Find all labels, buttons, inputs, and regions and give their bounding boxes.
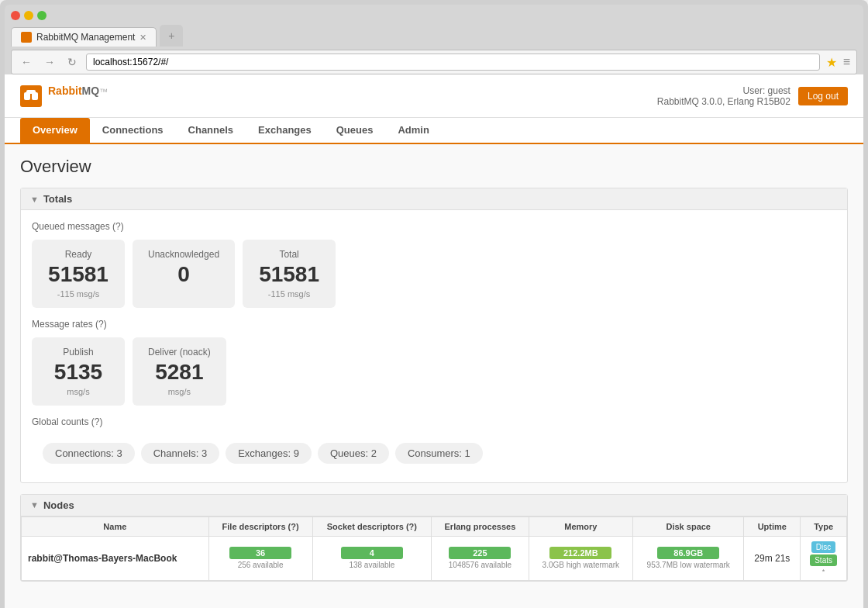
node-file-desc: 36 256 available <box>208 536 312 580</box>
version-label: RabbitMQ 3.0.0, Erlang R15B02 <box>657 96 790 107</box>
nav-item-queues[interactable]: Queues <box>324 118 386 144</box>
nav-item-channels[interactable]: Channels <box>176 118 246 144</box>
col-memory: Memory <box>529 516 632 536</box>
node-socket-desc: 4 138 available <box>312 536 432 580</box>
total-sub: -115 msg/s <box>258 289 320 299</box>
col-type: Type <box>801 516 847 536</box>
memory-bar: 212.2MB <box>549 547 611 559</box>
nav-item-connections[interactable]: Connections <box>90 118 176 144</box>
queued-messages-label: Queued messages (?) <box>32 221 836 232</box>
exchanges-badge: Exchanges: 9 <box>226 443 312 464</box>
file-desc-avail: 256 available <box>238 561 284 569</box>
node-uptime: 29m 21s <box>744 536 801 580</box>
new-tab-btn[interactable]: + <box>160 25 183 47</box>
ready-card: Ready 51581 -115 msg/s <box>32 240 125 308</box>
tab-favicon <box>21 32 32 43</box>
col-erlang: Erlang processes <box>432 516 529 536</box>
socket-desc-avail: 138 available <box>349 561 394 569</box>
logout-button[interactable]: Log out <box>798 87 848 105</box>
node-name: rabbit@Thomas-Bayers-MacBook <box>22 536 209 580</box>
reload-button[interactable]: ↻ <box>64 54 80 70</box>
type-note: * <box>822 568 825 575</box>
col-file-desc: File descriptors (?) <box>208 516 312 536</box>
memory-avail: 3.0GB high watermark <box>542 561 620 569</box>
nav-bar: Overview Connections Channels Exchanges … <box>5 118 863 144</box>
user-label: User: guest <box>657 85 790 96</box>
socket-desc-bar-wrap: 4 138 available <box>319 547 425 569</box>
browser-tab[interactable]: RabbitMQ Management ✕ <box>11 27 157 47</box>
header-right: User: guest RabbitMQ 3.0.0, Erlang R15B0… <box>657 85 848 107</box>
erlang-bar-wrap: 225 1048576 available <box>438 547 522 569</box>
connections-badge: Connections: 3 <box>43 443 135 464</box>
publish-label: Publish <box>47 347 109 358</box>
queues-badge: Queues: 2 <box>318 443 389 464</box>
ready-label: Ready <box>47 249 109 260</box>
logo: RabbitMQ™ <box>20 84 108 108</box>
back-button[interactable]: ← <box>18 54 35 70</box>
ready-value: 51581 <box>47 263 109 287</box>
deliver-sub: msg/s <box>148 387 211 396</box>
nodes-arrow-icon: ▼ <box>30 500 39 510</box>
nav-item-exchanges[interactable]: Exchanges <box>246 118 324 144</box>
erlang-bar: 225 <box>449 547 511 559</box>
deliver-label: Deliver (noack) <box>148 347 211 358</box>
global-counts-label: Global counts (?) <box>32 416 836 427</box>
node-disk: 86.9GB 953.7MB low watermark <box>633 536 744 580</box>
file-desc-bar: 36 <box>229 547 291 559</box>
nodes-table-wrap: Name File descriptors (?) Socket descrip… <box>21 516 847 581</box>
totals-section-header[interactable]: ▼ Totals <box>21 188 847 210</box>
unack-value: 0 <box>148 263 219 287</box>
col-socket-desc: Socket descriptors (?) <box>312 516 432 536</box>
nodes-section: ▼ Nodes Name File descriptors (?) Socket… <box>20 494 848 582</box>
total-label: Total <box>258 249 320 260</box>
nodes-label: Nodes <box>43 499 74 511</box>
totals-arrow-icon: ▼ <box>30 195 39 204</box>
unack-label: Unacknowledged <box>148 249 219 260</box>
main-content: Overview ▼ Totals Queued messages (?) Re… <box>5 144 863 608</box>
queued-message-cards: Ready 51581 -115 msg/s Unacknowledged 0 … <box>32 240 836 308</box>
disk-bar-wrap: 86.9GB 953.7MB low watermark <box>639 547 737 569</box>
col-disk: Disk space <box>633 516 744 536</box>
col-uptime: Uptime <box>744 516 801 536</box>
nav-item-admin[interactable]: Admin <box>385 118 441 144</box>
nodes-section-header[interactable]: ▼ Nodes <box>21 495 847 516</box>
tab-label: RabbitMQ Management <box>36 32 135 43</box>
totals-section: ▼ Totals Queued messages (?) Ready 51581… <box>20 188 848 483</box>
message-rate-cards: Publish 5135 msg/s Deliver (noack) 5281 … <box>32 337 836 406</box>
totals-label: Totals <box>43 193 72 205</box>
total-card: Total 51581 -115 msg/s <box>243 240 336 308</box>
nav-item-overview[interactable]: Overview <box>20 118 90 144</box>
node-erlang: 225 1048576 available <box>432 536 529 580</box>
logo-icon <box>20 85 42 107</box>
browser-menu-icon[interactable]: ≡ <box>843 55 850 69</box>
consumers-badge: Consumers: 1 <box>395 443 483 464</box>
disc-button[interactable]: Disc <box>811 541 835 553</box>
type-buttons: Disc Stats * <box>807 541 840 575</box>
unack-card: Unacknowledged 0 <box>133 240 235 308</box>
bookmark-star-icon[interactable]: ★ <box>826 55 837 70</box>
page-title: Overview <box>20 157 848 177</box>
stats-button[interactable]: Stats <box>810 554 837 566</box>
nodes-table: Name File descriptors (?) Socket descrip… <box>21 516 847 581</box>
svg-rect-2 <box>26 90 36 94</box>
tab-close-btn[interactable]: ✕ <box>140 33 146 43</box>
user-info: User: guest RabbitMQ 3.0.0, Erlang R15B0… <box>657 85 790 107</box>
deliver-card: Deliver (noack) 5281 msg/s <box>133 337 226 406</box>
erlang-avail: 1048576 available <box>449 561 512 569</box>
url-bar[interactable] <box>86 54 820 71</box>
disk-bar: 86.9GB <box>657 547 719 559</box>
publish-value: 5135 <box>47 361 109 385</box>
col-name: Name <box>22 516 209 536</box>
publish-card: Publish 5135 msg/s <box>32 337 125 406</box>
logo-text: RabbitMQ™ <box>48 84 108 108</box>
page-header: RabbitMQ™ User: guest RabbitMQ 3.0.0, Er… <box>5 74 863 118</box>
ready-sub: -115 msg/s <box>47 289 109 299</box>
nodes-table-header-row: Name File descriptors (?) Socket descrip… <box>22 516 847 536</box>
totals-section-body: Queued messages (?) Ready 51581 -115 msg… <box>21 210 847 482</box>
channels-badge: Channels: 3 <box>141 443 219 464</box>
deliver-value: 5281 <box>148 361 211 385</box>
socket-desc-bar: 4 <box>341 547 403 559</box>
node-memory: 212.2MB 3.0GB high watermark <box>529 536 632 580</box>
global-counts-row: Connections: 3 Channels: 3 Exchanges: 9 … <box>32 435 836 472</box>
forward-button[interactable]: → <box>41 54 58 70</box>
